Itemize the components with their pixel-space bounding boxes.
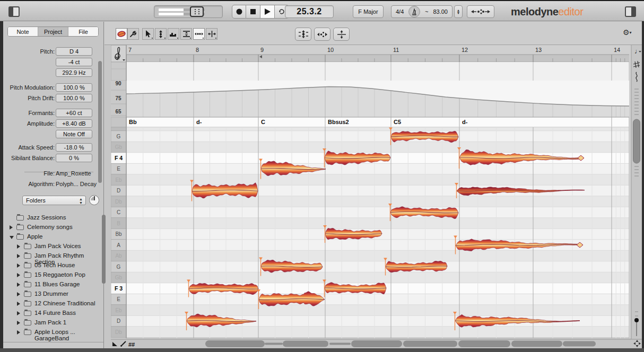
double-hash-icon[interactable]: ## xyxy=(128,341,135,348)
inspector-label: File: xyxy=(0,170,55,177)
chord-label[interactable]: C5 xyxy=(394,119,401,125)
record-button[interactable] xyxy=(232,5,246,19)
record-icon xyxy=(236,8,242,15)
folder-icon xyxy=(24,311,31,316)
timehandle-tool-icon xyxy=(208,31,216,37)
pitch-ruler-label: Eb xyxy=(115,307,122,313)
tree-item[interactable]: Jam Pack 1 xyxy=(3,318,100,328)
timing-tool-icon xyxy=(195,32,203,36)
vertical-scrollbar-thumb[interactable] xyxy=(633,119,640,163)
note-assignment-button[interactable] xyxy=(467,5,494,18)
expand-arrow-icon[interactable] xyxy=(17,244,20,249)
bar-number: 7 xyxy=(128,47,132,53)
inspector-label: Pitch Drift: xyxy=(0,95,55,101)
chord-label[interactable]: d- xyxy=(196,119,202,125)
expand-arrow-icon[interactable] xyxy=(17,292,20,296)
tab-note[interactable]: Note xyxy=(8,27,38,36)
inspector-value[interactable]: +8.40 dB xyxy=(56,119,92,128)
expand-arrow-icon[interactable] xyxy=(10,225,13,230)
stop-button[interactable] xyxy=(246,5,260,19)
note-editor[interactable]: 7891011121314Bbd-CBbsus2C5d-907565GGbF 4… xyxy=(111,45,644,352)
inspector-value[interactable]: 100.0 % xyxy=(56,83,92,92)
tree-item[interactable]: 15 Reggaeton Pop xyxy=(3,270,100,280)
expand-arrow-icon[interactable] xyxy=(17,254,20,258)
pitch-ruler-label: Bb xyxy=(115,231,122,237)
tree-item[interactable]: 14 Future Bass xyxy=(3,309,100,318)
tempo-cluster[interactable]: 4/4 ~ 83.00 xyxy=(391,5,452,18)
tempo-value[interactable]: 83.00 xyxy=(433,8,448,15)
chord-label[interactable]: C xyxy=(261,119,265,125)
inspector-value[interactable]: -18.0 % xyxy=(56,143,92,152)
window-right-edge xyxy=(642,21,644,352)
tree-item[interactable]: 11 Blues Garage xyxy=(3,280,100,289)
tab-project[interactable]: Project xyxy=(38,27,68,36)
folder-icon xyxy=(24,253,31,259)
inspector-label: Pitch Modulation: xyxy=(0,84,55,91)
inspector-tabs: NoteProjectFile xyxy=(7,27,99,37)
key-button[interactable]: F Major xyxy=(353,5,384,18)
bar-number: 10 xyxy=(327,47,334,53)
song-position-display[interactable]: 25.3.2 xyxy=(285,5,334,18)
inspector-scrollbar[interactable] xyxy=(98,61,102,183)
inspector-value[interactable]: 292.9 Hz xyxy=(56,68,92,77)
inspector-value[interactable]: D 4 xyxy=(56,47,92,56)
chord-label[interactable]: Bb xyxy=(129,119,137,125)
tree-item[interactable]: Apple xyxy=(3,232,100,242)
tree-item[interactable]: 05 Tech House xyxy=(3,261,100,270)
tree-item[interactable]: Celemony songs xyxy=(3,223,100,232)
main-tool-button[interactable] xyxy=(116,28,127,40)
expand-arrow-icon[interactable] xyxy=(17,273,20,277)
inspector-value[interactable]: 0 % xyxy=(56,154,92,162)
vertical-zoom-handle[interactable] xyxy=(634,318,639,322)
tree-item[interactable]: 12 Chinese Traditional xyxy=(3,299,100,309)
correct-pitch-icon xyxy=(299,30,308,38)
tempo-scale-label: 75 xyxy=(115,95,121,101)
expand-arrow-icon[interactable] xyxy=(17,321,20,325)
metronome-icon[interactable] xyxy=(408,6,420,17)
formant-tool-button[interactable] xyxy=(168,28,179,40)
separate-notes-macro-button[interactable] xyxy=(333,28,350,41)
correct-pitch-macro-button[interactable] xyxy=(295,28,311,41)
quantize-time-macro-button[interactable] xyxy=(314,28,330,41)
browser-mode-select[interactable]: Folders ▲▼ xyxy=(22,196,86,205)
chord-label[interactable]: d- xyxy=(462,119,468,125)
inspector-label: Attack Speed: xyxy=(0,144,55,151)
tree-item[interactable]: Jam Pack Voices xyxy=(3,242,100,251)
pitch-ruler-cell[interactable] xyxy=(111,127,126,131)
expand-arrow-icon[interactable] xyxy=(17,311,20,315)
expand-arrow-icon[interactable] xyxy=(17,263,20,268)
expand-arrow-icon[interactable] xyxy=(17,330,20,335)
pitch-ruler-label: Eb xyxy=(115,177,122,183)
monitor-volume-slider[interactable] xyxy=(154,5,223,18)
expand-arrow-icon[interactable] xyxy=(17,302,20,306)
play-button[interactable] xyxy=(260,5,275,19)
arrow-tool-button[interactable] xyxy=(142,28,154,40)
inspector-value[interactable]: +60 ct xyxy=(56,109,92,117)
sidebar-toggle-left-icon[interactable] xyxy=(8,6,20,17)
timing-tool-button[interactable] xyxy=(193,28,205,40)
sidebar-toggle-right-icon[interactable] xyxy=(625,6,636,17)
amplitude-tool-button[interactable] xyxy=(180,28,192,40)
expand-arrow-icon[interactable] xyxy=(17,283,20,287)
tree-scrollbar[interactable] xyxy=(102,215,106,284)
note-off-button[interactable]: Note Off xyxy=(56,130,92,138)
wrench-tool-button[interactable] xyxy=(127,28,139,40)
settings-gear-button[interactable]: ⚙▾ xyxy=(623,28,637,39)
pitch-ruler-label: A xyxy=(117,242,120,248)
time-signature[interactable]: 4/4 xyxy=(396,8,404,15)
tree-item[interactable]: Apple Loops ... GarageBand xyxy=(3,328,100,337)
pitch-tool-button[interactable] xyxy=(155,28,167,40)
folder-icon xyxy=(24,244,31,249)
tree-item[interactable]: 13 Drummer xyxy=(3,289,100,299)
slider-handle[interactable] xyxy=(190,6,204,17)
browser-filter-knob[interactable] xyxy=(89,195,99,205)
tree-item[interactable]: Jazz Sessions xyxy=(3,213,100,223)
inspector-value[interactable]: -4 ct xyxy=(56,58,92,66)
tab-file[interactable]: File xyxy=(68,27,98,36)
inspector-value[interactable]: 100.0 % xyxy=(56,94,92,102)
tempo-stepper[interactable]: ▴▾ xyxy=(454,5,463,18)
timehandle-tool-button[interactable] xyxy=(206,28,217,40)
collapse-arrow-icon[interactable] xyxy=(10,236,14,239)
tree-item[interactable]: Jam Pack Rhythm Section xyxy=(3,251,100,261)
chord-label[interactable]: Bbsus2 xyxy=(328,119,349,125)
